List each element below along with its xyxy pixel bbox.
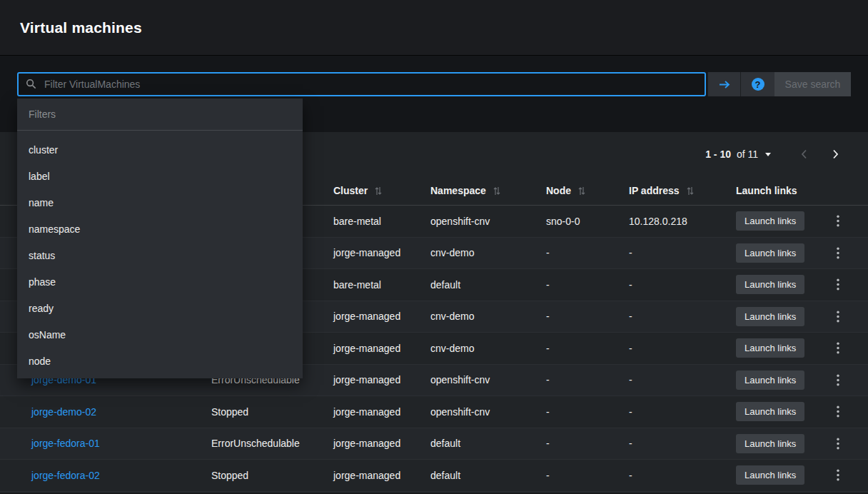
kebab-menu-button[interactable]	[831, 435, 845, 453]
filter-option[interactable]: node	[17, 348, 303, 374]
help-icon: ?	[752, 78, 764, 91]
chevron-right-icon	[832, 149, 839, 159]
col-header-ip-address[interactable]: IP address	[629, 185, 736, 196]
launch-links-button[interactable]: Launch links	[736, 338, 804, 358]
kebab-menu-button[interactable]	[831, 371, 845, 389]
pagination-of: of 11	[737, 148, 758, 160]
kebab-icon	[837, 374, 839, 386]
vm-cluster: jorge-managed	[333, 343, 430, 354]
filter-option[interactable]: status	[17, 242, 303, 268]
vm-node: -	[546, 470, 629, 481]
vm-cluster: jorge-managed	[333, 311, 430, 322]
vm-node: -	[546, 311, 629, 322]
vm-status: Stopped	[211, 406, 333, 418]
vm-node: -	[546, 343, 629, 354]
vm-node: -	[546, 279, 629, 291]
vm-ip: -	[629, 279, 736, 291]
kebab-icon	[837, 311, 839, 323]
vm-ip: -	[629, 438, 736, 449]
filter-option[interactable]: ready	[17, 295, 303, 321]
filter-option[interactable]: label	[17, 163, 303, 189]
vm-node: -	[546, 438, 629, 449]
launch-links-button[interactable]: Launch links	[736, 402, 804, 421]
col-header-node[interactable]: Node	[546, 185, 629, 196]
launch-links-button[interactable]: Launch links	[736, 211, 804, 231]
vm-namespace: default	[430, 438, 546, 449]
save-search-button[interactable]: Save search	[774, 72, 851, 96]
vm-namespace: default	[430, 279, 546, 291]
col-header-launch-links: Launch links	[736, 185, 824, 196]
sort-icon	[375, 186, 382, 196]
vm-namespace: cnv-demo	[430, 247, 546, 258]
pagination-range: 1 - 10	[705, 148, 731, 160]
filter-option[interactable]: namespace	[17, 216, 303, 242]
submit-search-button[interactable]	[707, 72, 740, 96]
arrow-right-icon	[719, 80, 730, 89]
col-header-namespace[interactable]: Namespace	[430, 185, 546, 196]
launch-links-button[interactable]: Launch links	[736, 370, 804, 390]
pagination-next-button[interactable]	[819, 141, 851, 167]
search-bar: ? Save search	[17, 72, 851, 96]
vm-cluster: jorge-managed	[333, 438, 430, 449]
filter-input[interactable]	[17, 72, 706, 96]
col-header-cluster[interactable]: Cluster	[333, 185, 430, 196]
launch-links-button[interactable]: Launch links	[736, 465, 804, 485]
filter-option[interactable]: cluster	[17, 136, 303, 163]
vm-namespace: openshift-cnv	[430, 406, 546, 418]
table-row: jorge-fedora-01 ErrorUnschedulable jorge…	[0, 428, 868, 460]
vm-name-link[interactable]: jorge-fedora-02	[31, 470, 100, 481]
vm-status: ErrorUnschedulable	[211, 438, 333, 449]
launch-links-button[interactable]: Launch links	[736, 307, 804, 326]
vm-node: -	[546, 406, 629, 418]
filter-option[interactable]: name	[17, 189, 303, 216]
vm-namespace: cnv-demo	[430, 343, 546, 354]
vm-node: -	[546, 247, 629, 258]
vm-cluster: jorge-managed	[333, 374, 430, 385]
filters-dropdown-heading: Filters	[17, 99, 303, 130]
vm-name-link[interactable]: jorge-demo-02	[31, 406, 96, 418]
filter-input-wrap	[17, 72, 706, 96]
kebab-menu-button[interactable]	[831, 466, 845, 484]
vm-ip: -	[629, 406, 736, 418]
pagination-prev-button[interactable]	[788, 141, 819, 167]
vm-ip: -	[629, 247, 736, 258]
vm-ip: -	[629, 470, 736, 481]
kebab-icon	[837, 405, 839, 418]
vm-cluster: bare-metal	[333, 216, 430, 227]
search-icon	[26, 79, 36, 89]
launch-links-button[interactable]: Launch links	[736, 275, 804, 294]
vm-namespace: openshift-cnv	[430, 374, 546, 385]
kebab-icon	[837, 438, 839, 450]
vm-ip: 10.128.0.218	[629, 216, 736, 227]
table-row: jorge-fedora-02 Stopped jorge-managed de…	[0, 460, 868, 492]
launch-links-button[interactable]: Launch links	[736, 243, 804, 263]
masthead: Virtual machines	[0, 0, 868, 56]
kebab-icon	[837, 342, 839, 354]
vm-namespace: cnv-demo	[430, 311, 546, 322]
kebab-icon	[837, 278, 839, 291]
page-title: Virtual machines	[20, 19, 142, 36]
table-row: jorge-demo-02 Stopped jorge-managed open…	[0, 396, 868, 428]
help-button[interactable]: ?	[740, 72, 774, 96]
kebab-menu-button[interactable]	[831, 276, 845, 293]
vm-ip: -	[629, 374, 736, 385]
launch-links-button[interactable]: Launch links	[736, 434, 804, 453]
pagination-menu-toggle[interactable]: 1 - 10 of 11	[701, 148, 775, 161]
filter-option[interactable]: osName	[17, 321, 303, 348]
filter-option[interactable]: phase	[17, 268, 303, 295]
kebab-menu-button[interactable]	[831, 308, 845, 326]
vm-status: Stopped	[211, 470, 333, 481]
filters-list: clusterlabelnamenamespacestatusphaseread…	[17, 131, 303, 378]
kebab-menu-button[interactable]	[831, 244, 845, 262]
sort-icon	[687, 186, 694, 196]
vm-cluster: jorge-managed	[333, 247, 430, 258]
kebab-menu-button[interactable]	[831, 403, 845, 420]
vm-cluster: bare-metal	[333, 279, 430, 291]
caret-down-icon	[765, 153, 771, 156]
vm-namespace: default	[430, 470, 546, 481]
vm-ip: -	[629, 343, 736, 354]
kebab-menu-button[interactable]	[831, 339, 845, 357]
kebab-menu-button[interactable]	[831, 212, 845, 230]
vm-cluster: jorge-managed	[333, 406, 430, 418]
vm-name-link[interactable]: jorge-fedora-01	[31, 438, 100, 449]
